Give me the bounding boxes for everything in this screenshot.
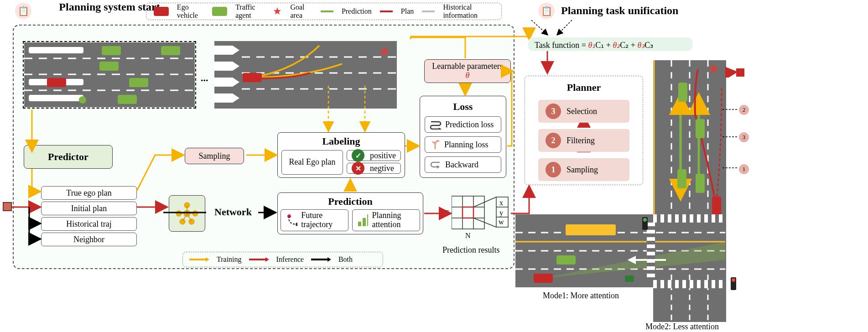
candidate-connectors (722, 102, 741, 175)
traffic-light-icon (731, 277, 736, 290)
car-red-icon (534, 274, 553, 283)
goal-connector (725, 64, 739, 78)
planner-step-3: 3Selection (538, 100, 629, 123)
car-green-icon (678, 83, 687, 102)
crosswalk-icon (653, 214, 726, 223)
traffic-light-icon (642, 217, 648, 230)
mode1-label: Mode1: More attention (543, 291, 619, 301)
bus-icon (566, 224, 616, 235)
planner-title: Planner (567, 82, 601, 93)
crosswalk-icon (647, 223, 655, 277)
car-green-icon (696, 119, 705, 138)
task-function: Task function = θ₁C₁ + θ₂C₂ + θ₃C₃ (528, 37, 692, 51)
goal-star-icon: ★ (708, 61, 719, 76)
car-red-icon (712, 197, 721, 216)
mode2-label: Mode2: Less attention (645, 322, 719, 332)
crosswalk-icon (653, 280, 726, 288)
motorcycle-icon (625, 275, 634, 282)
planner-panel: Planner 3Selection 2Filtering 1Sampling (525, 76, 643, 185)
planner-step-2: 2Filtering (538, 129, 629, 152)
car-green-icon (677, 169, 686, 188)
car-green-icon (696, 174, 705, 193)
planner-step-1: 1Sampling (538, 158, 629, 181)
car-green-icon (556, 255, 576, 265)
